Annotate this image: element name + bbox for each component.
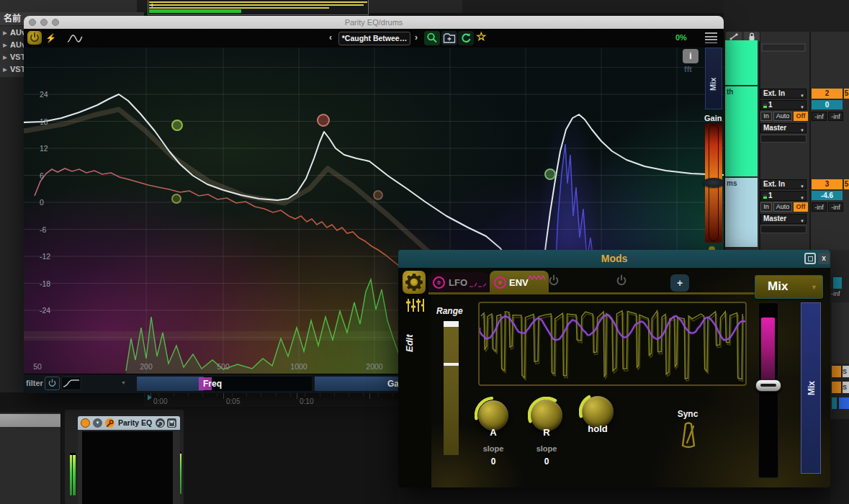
fft-toggle[interactable]: fft bbox=[684, 65, 692, 73]
hot-swap-button[interactable] bbox=[156, 418, 165, 428]
mod-power-icon[interactable] bbox=[614, 274, 629, 288]
monitor-auto-button[interactable]: Auto bbox=[773, 112, 792, 121]
mix-slider[interactable]: Mix bbox=[705, 48, 722, 109]
range-slider[interactable] bbox=[444, 321, 459, 455]
bolt-icon[interactable]: ⚡ bbox=[45, 33, 56, 43]
zoom-traffic-light[interactable] bbox=[52, 19, 59, 26]
clip-slot-blue[interactable]: ms bbox=[725, 178, 758, 247]
tab-env[interactable]: 0 ENV bbox=[490, 271, 549, 294]
device-activator-button[interactable] bbox=[81, 418, 90, 428]
mod-power-icon[interactable] bbox=[547, 274, 561, 288]
mod-amount-handle[interactable] bbox=[755, 379, 781, 392]
close-window-button[interactable]: x bbox=[818, 253, 830, 264]
mix-target-dropdown[interactable]: Mix ▼ bbox=[755, 275, 823, 299]
plugin-edit-wrench-button[interactable] bbox=[105, 418, 114, 428]
restore-window-button[interactable] bbox=[804, 253, 816, 264]
pan-value[interactable]: 0 bbox=[812, 100, 843, 109]
device-fold-button[interactable]: ▼ bbox=[93, 418, 102, 428]
input-channel-dropdown[interactable]: 1▼ bbox=[760, 100, 807, 110]
edge-blue-cell[interactable] bbox=[839, 397, 849, 409]
tab-lfo[interactable]: 0 LFO bbox=[428, 272, 489, 293]
info-button[interactable]: i bbox=[683, 49, 698, 63]
expand-triangle-icon[interactable]: ▶ bbox=[0, 27, 10, 39]
send-b-value-2[interactable]: -inf bbox=[828, 202, 843, 212]
monitor-in-button[interactable]: In bbox=[760, 202, 772, 212]
input-routing-dropdown-2[interactable]: Ext. In▼ bbox=[760, 179, 807, 189]
attack-slope-value[interactable]: 0 bbox=[472, 456, 515, 467]
filter-power-button[interactable] bbox=[45, 377, 60, 390]
mod-amount-slider[interactable] bbox=[758, 302, 778, 478]
freq-slider[interactable]: Freq bbox=[137, 377, 312, 391]
expand-triangle-icon[interactable]: ▶ bbox=[0, 39, 10, 51]
expand-triangle-icon[interactable]: ▶ bbox=[0, 51, 10, 63]
playhead-marker-icon[interactable] bbox=[148, 395, 152, 400]
filter-shape-button[interactable] bbox=[61, 377, 81, 390]
input-channel-dropdown-2[interactable]: 1▼ bbox=[760, 191, 807, 201]
send-a-value[interactable]: -inf bbox=[812, 112, 827, 121]
pan-value-2[interactable]: -4.6 bbox=[812, 191, 843, 200]
faders-icon[interactable] bbox=[405, 297, 424, 316]
edge-s-button[interactable]: S bbox=[843, 382, 849, 393]
gain-slider-handle[interactable] bbox=[703, 178, 724, 187]
edit-tab-label[interactable]: Edit bbox=[404, 320, 423, 366]
mix-mod-bar[interactable]: Mix bbox=[801, 302, 821, 474]
freq-label: 500 bbox=[217, 362, 230, 371]
monitor-off-button[interactable]: Off bbox=[794, 112, 808, 121]
input-routing-dropdown[interactable]: Ext. In▼ bbox=[760, 89, 807, 99]
metronome-icon[interactable] bbox=[678, 421, 699, 449]
search-button[interactable] bbox=[424, 31, 440, 45]
edge-orange-cell[interactable] bbox=[832, 366, 841, 377]
power-button[interactable] bbox=[27, 31, 42, 45]
monitor-off-button[interactable]: Off bbox=[794, 202, 808, 212]
gain-value-partial-2[interactable]: 5 bbox=[844, 179, 849, 189]
range-slider-marker[interactable] bbox=[444, 363, 459, 366]
edge-inf-value[interactable]: -inf bbox=[831, 290, 849, 299]
minimize-traffic-light[interactable] bbox=[40, 19, 48, 26]
refresh-button[interactable] bbox=[458, 31, 474, 45]
device-title-bar[interactable]: ▼ Parity EQ bbox=[78, 416, 180, 430]
filter-type-dropdown[interactable]: ▼ bbox=[121, 380, 126, 385]
release-slope-value[interactable]: 0 bbox=[525, 456, 568, 467]
save-preset-folder-button[interactable] bbox=[441, 31, 457, 45]
gain-value-2[interactable]: 3 bbox=[812, 179, 843, 189]
monitor-auto-button[interactable]: Auto bbox=[773, 202, 792, 212]
menu-hamburger-icon[interactable] bbox=[705, 32, 717, 43]
add-mod-button[interactable]: + bbox=[670, 274, 689, 292]
preset-name-field[interactable]: *Caught Betwee… bbox=[338, 32, 410, 45]
close-traffic-light[interactable] bbox=[29, 19, 36, 26]
output-channel-box-2[interactable] bbox=[760, 225, 807, 233]
favorite-star-icon[interactable]: ☆ bbox=[476, 30, 486, 43]
prev-preset-button[interactable]: ‹ bbox=[329, 32, 332, 42]
monitor-in-button[interactable]: In bbox=[760, 112, 772, 121]
gain-value-partial[interactable]: 5 bbox=[844, 89, 849, 99]
automation-clip-preview[interactable]: + bbox=[148, 0, 369, 15]
next-preset-button[interactable]: › bbox=[415, 32, 418, 42]
clip-slot-green-2[interactable]: th bbox=[725, 86, 758, 176]
output-routing-dropdown[interactable]: Master▼ bbox=[760, 123, 807, 133]
output-routing-dropdown-2[interactable]: Master▼ bbox=[760, 214, 807, 224]
settings-gear-button[interactable] bbox=[403, 271, 426, 294]
send-a-value-2[interactable]: -inf bbox=[812, 202, 827, 212]
empty-device-header[interactable] bbox=[0, 414, 60, 427]
send-b-value[interactable]: -inf bbox=[828, 112, 843, 121]
save-preset-button[interactable] bbox=[167, 418, 176, 428]
expand-triangle-icon[interactable]: ▶ bbox=[0, 63, 10, 76]
mod-waveform-display[interactable] bbox=[478, 302, 747, 386]
window-title-bar[interactable]: Parity EQ/drums bbox=[24, 16, 724, 29]
output-channel-box[interactable] bbox=[760, 135, 807, 143]
edge-teal-cell[interactable] bbox=[833, 277, 842, 289]
edge-teal-cell[interactable] bbox=[832, 397, 837, 409]
attack-knob[interactable] bbox=[478, 400, 508, 431]
clip-green-bar bbox=[149, 9, 241, 13]
edge-s-button[interactable]: S bbox=[843, 366, 849, 377]
sine-wave-icon[interactable] bbox=[67, 33, 83, 46]
plugin-screen[interactable] bbox=[82, 431, 173, 504]
mods-title-bar[interactable]: Mods x bbox=[398, 250, 830, 268]
edge-orange-cell[interactable] bbox=[832, 382, 841, 393]
mixer-top-cell[interactable] bbox=[761, 43, 806, 52]
clip-name: th bbox=[727, 88, 733, 96]
gain-value[interactable]: 2 bbox=[812, 89, 843, 99]
clip-slot-green[interactable] bbox=[725, 40, 758, 85]
range-slider-cap[interactable] bbox=[444, 321, 459, 327]
chevron-down-icon: ▼ bbox=[800, 217, 804, 225]
